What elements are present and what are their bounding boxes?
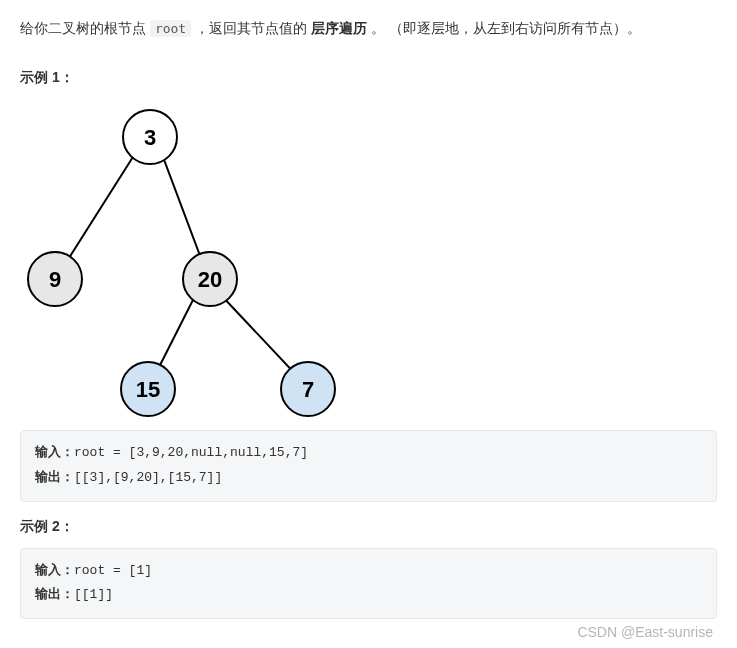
inline-code-root: root (150, 20, 191, 37)
node-right-label: 20 (198, 267, 222, 292)
node-rl-label: 15 (136, 377, 160, 402)
intro-text-2: ，返回其节点值的 (191, 20, 311, 36)
tree-svg: 3 9 20 15 7 (20, 99, 350, 419)
watermark: CSDN @East-sunrise (577, 624, 713, 640)
node-rr-label: 7 (302, 377, 314, 402)
edge-root-left (62, 149, 138, 269)
example-2-code: 输入：root = [1] 输出：[[1]] (20, 548, 717, 619)
example-1-code: 输入：root = [3,9,20,null,null,15,7] 输出：[[3… (20, 430, 717, 501)
example-1-heading: 示例 1： (20, 69, 717, 87)
intro-bold: 层序遍历 (311, 20, 367, 36)
ex2-output-value: [[1]] (74, 587, 113, 602)
ex1-output-value: [[3],[9,20],[15,7]] (74, 470, 222, 485)
ex1-output-label: 输出： (35, 470, 74, 485)
problem-description: 给你二叉树的根节点 root ，返回其节点值的 层序遍历 。 （即逐层地，从左到… (20, 16, 717, 41)
node-left-label: 9 (49, 267, 61, 292)
edge-root-right (160, 149, 205, 269)
tree-diagram: 3 9 20 15 7 (20, 99, 717, 422)
intro-text-3: 。 （即逐层地，从左到右访问所有节点）。 (367, 20, 641, 36)
node-root-label: 3 (144, 125, 156, 150)
ex2-input-value: root = [1] (74, 563, 152, 578)
example-2-heading: 示例 2： (20, 518, 717, 536)
edge-right-rr (220, 294, 300, 379)
ex2-input-label: 输入： (35, 563, 74, 578)
ex1-input-value: root = [3,9,20,null,null,15,7] (74, 445, 308, 460)
ex1-input-label: 输入： (35, 445, 74, 460)
intro-text-1: 给你二叉树的根节点 (20, 20, 150, 36)
ex2-output-label: 输出： (35, 587, 74, 602)
